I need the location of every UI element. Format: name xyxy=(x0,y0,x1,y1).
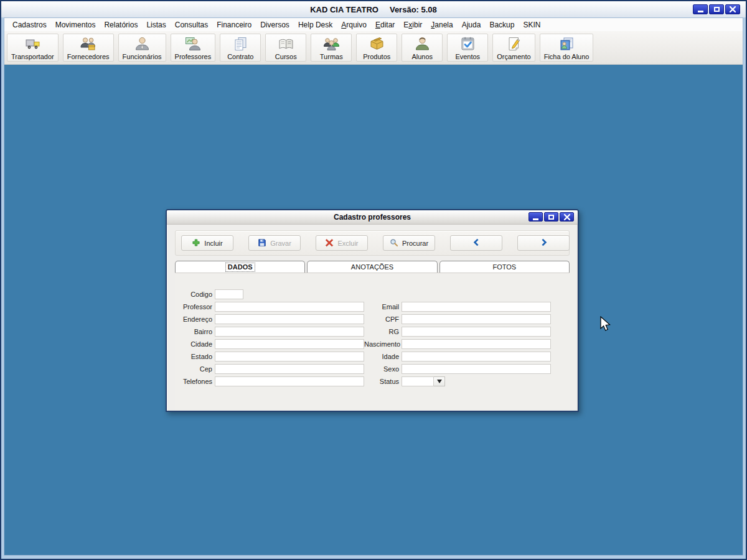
nascimento-field[interactable] xyxy=(402,339,551,349)
endereco-field[interactable] xyxy=(215,314,364,324)
dialog-close-button[interactable] xyxy=(560,212,574,222)
toolbar-professores-button[interactable]: Professores xyxy=(171,34,216,62)
app-titlebar[interactable]: KAD CIA TEATROVersão: 5.08 xyxy=(1,1,746,17)
telefones-field[interactable] xyxy=(215,376,364,386)
procurar-button[interactable]: Procurar xyxy=(383,235,435,251)
chevron-left-icon xyxy=(472,238,481,248)
toolbar-produtos-button[interactable]: Produtos xyxy=(356,34,397,62)
student-card-icon xyxy=(558,35,575,52)
email-field[interactable] xyxy=(402,302,551,312)
toolbar-orcamento-button[interactable]: Orçamento xyxy=(492,34,535,62)
close-button[interactable] xyxy=(725,4,740,14)
maximize-button[interactable] xyxy=(709,4,724,14)
box-icon xyxy=(369,35,385,52)
contract-icon xyxy=(232,35,249,52)
cep-label: Cep xyxy=(175,365,215,373)
menu-financeiro[interactable]: Financeiro xyxy=(212,19,256,30)
menu-editar[interactable]: Editar xyxy=(371,19,399,30)
toolbar-funcionarios-button[interactable]: Funcionários xyxy=(118,34,166,62)
menu-relatorios[interactable]: Relatórios xyxy=(100,19,142,30)
status-dropdown-button[interactable] xyxy=(434,376,445,386)
menu-backup[interactable]: Backup xyxy=(485,19,519,30)
tab-anotacoes[interactable]: ANOTAÇÕES xyxy=(307,261,437,273)
endereco-label: Endereço xyxy=(175,315,215,323)
status-field[interactable] xyxy=(402,376,434,386)
record-toolbar: Incluir Gravar Excluir Procurar xyxy=(175,230,570,256)
gravar-button[interactable]: Gravar xyxy=(248,235,301,251)
cidade-label: Cidade xyxy=(175,340,215,348)
menu-arquivo[interactable]: Arquivo xyxy=(337,19,371,30)
bairro-label: Bairro xyxy=(175,328,215,335)
incluir-button[interactable]: Incluir xyxy=(181,235,233,251)
dados-tab-panel: Codigo Professor Email Endereço CPF Bair… xyxy=(175,273,570,411)
sexo-field[interactable] xyxy=(402,364,551,374)
window-controls xyxy=(693,4,740,14)
cidade-field[interactable] xyxy=(215,339,364,349)
cpf-field[interactable] xyxy=(402,314,551,324)
toolbar-button-label: Alunos xyxy=(411,53,433,60)
menu-skin[interactable]: SKIN xyxy=(519,19,545,30)
menu-help-desk[interactable]: Help Desk xyxy=(294,19,337,30)
menu-listas[interactable]: Listas xyxy=(142,19,170,30)
toolbar-button-label: Turmas xyxy=(320,53,343,60)
codigo-field[interactable] xyxy=(215,289,243,299)
menu-janela[interactable]: Janela xyxy=(426,19,457,30)
tab-dados[interactable]: DADOS xyxy=(175,261,305,273)
status-combobox[interactable] xyxy=(402,376,445,386)
toolbar-eventos-button[interactable]: Eventos xyxy=(447,34,488,62)
app-title: KAD CIA TEATROVersão: 5.08 xyxy=(1,5,746,14)
toolbar-alunos-button[interactable]: Alunos xyxy=(402,34,443,62)
form-row-estado-idade: Estado Idade xyxy=(175,350,570,363)
cep-field[interactable] xyxy=(215,364,364,374)
maximize-icon xyxy=(714,7,720,12)
dialog-minimize-button[interactable] xyxy=(529,212,543,222)
sexo-label: Sexo xyxy=(364,365,402,373)
minimize-icon xyxy=(698,11,703,12)
save-icon xyxy=(258,238,266,248)
form-row-cidade-nascimento: Cidade Nascimento xyxy=(175,338,570,350)
incluir-label: Incluir xyxy=(204,240,222,247)
rg-field[interactable] xyxy=(402,327,551,337)
menu-movimentos[interactable]: Movimentos xyxy=(51,19,100,30)
excluir-button[interactable]: Excluir xyxy=(316,235,368,251)
tab-fotos-label: FOTOS xyxy=(491,263,518,271)
tab-fotos[interactable]: FOTOS xyxy=(439,261,570,273)
dialog-controls xyxy=(529,212,574,222)
toolbar-transportador-button[interactable]: Transportador xyxy=(7,34,59,62)
toolbar-contrato-button[interactable]: Contrato xyxy=(220,34,261,62)
toolbar-button-label: Ficha do Aluno xyxy=(544,53,590,60)
minimize-button[interactable] xyxy=(693,4,708,14)
toolbar-ficha-do-aluno-button[interactable]: Ficha do Aluno xyxy=(540,34,594,62)
search-icon xyxy=(390,238,398,248)
app-version-text: Versão: 5.08 xyxy=(390,5,437,14)
truck-icon xyxy=(24,35,41,52)
menu-ajuda[interactable]: Ajuda xyxy=(458,19,486,30)
menu-diversos[interactable]: Diversos xyxy=(256,19,294,30)
estado-field[interactable] xyxy=(215,352,364,362)
maximize-icon xyxy=(548,215,554,220)
dialog-titlebar[interactable]: Cadastro professores xyxy=(167,210,578,225)
bairro-field[interactable] xyxy=(215,327,364,337)
menu-exibir[interactable]: Exibir xyxy=(399,19,426,30)
dialog-maximize-button[interactable] xyxy=(544,212,558,222)
toolbar-cursos-button[interactable]: Cursos xyxy=(265,34,306,62)
group-icon xyxy=(323,35,340,52)
professor-label: Professor xyxy=(175,303,215,310)
form-row-codigo: Codigo xyxy=(175,288,570,301)
toolbar-fornecedores-button[interactable]: Fornecedores xyxy=(63,34,114,62)
telefones-label: Telefones xyxy=(175,378,215,385)
menu-cadastros[interactable]: Cadastros xyxy=(8,19,51,30)
dialog-title: Cadastro professores xyxy=(167,213,578,222)
toolbar-turmas-button[interactable]: Turmas xyxy=(311,34,352,62)
next-record-button[interactable] xyxy=(517,235,570,251)
estado-label: Estado xyxy=(175,353,215,360)
book-icon xyxy=(278,35,294,52)
menu-consultas[interactable]: Consultas xyxy=(171,19,212,30)
dialog-body: Incluir Gravar Excluir Procurar xyxy=(167,225,578,411)
cpf-label: CPF xyxy=(364,315,402,323)
previous-record-button[interactable] xyxy=(450,235,502,251)
professor-field[interactable] xyxy=(215,302,364,312)
toolbar-button-label: Transportador xyxy=(11,53,54,60)
tab-anotacoes-label: ANOTAÇÕES xyxy=(349,263,395,271)
idade-field[interactable] xyxy=(402,352,551,362)
